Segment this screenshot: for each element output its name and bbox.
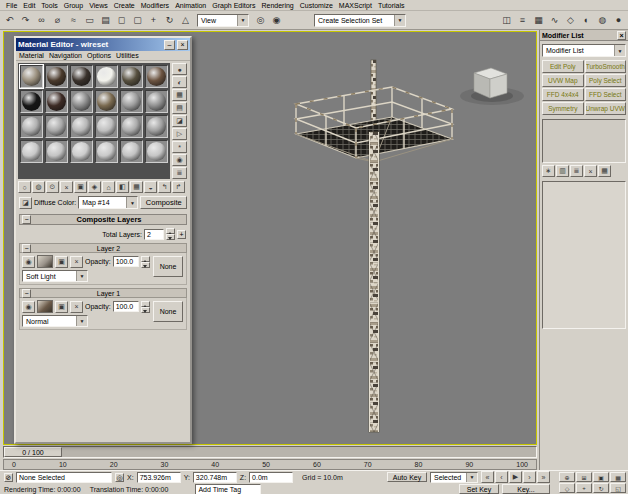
material-slot[interactable] bbox=[70, 140, 93, 163]
arc-rotate-icon[interactable]: ↻ bbox=[593, 483, 609, 493]
material-slot[interactable] bbox=[120, 115, 143, 138]
key-selection-set-dropdown[interactable]: Selected ▼ bbox=[430, 472, 478, 483]
material-slot[interactable] bbox=[120, 65, 143, 88]
auto-key-button[interactable]: Auto Key bbox=[387, 472, 427, 482]
material-slot[interactable] bbox=[145, 115, 168, 138]
material-map-navigator-icon[interactable]: ≣ bbox=[172, 167, 187, 179]
material-slot[interactable] bbox=[45, 90, 68, 113]
material-type-button[interactable]: Composite bbox=[140, 196, 187, 209]
layer-header[interactable]: − Layer 2 bbox=[19, 243, 187, 253]
delete-layer-icon[interactable]: × bbox=[70, 256, 83, 268]
menu-item-file[interactable]: File bbox=[3, 2, 20, 9]
pin-stack-icon[interactable]: ∗ bbox=[542, 165, 555, 177]
make-unique-icon[interactable]: ◈ bbox=[88, 181, 101, 193]
collapse-icon[interactable]: − bbox=[22, 215, 31, 224]
y-coordinate-field[interactable]: 320.748m bbox=[193, 472, 237, 483]
material-slot[interactable] bbox=[95, 115, 118, 138]
backlight-icon[interactable]: ◐ bbox=[172, 76, 187, 88]
material-slot[interactable] bbox=[20, 65, 43, 88]
layer-header[interactable]: − Layer 1 bbox=[19, 288, 187, 298]
show-end-result-icon[interactable]: ◒ bbox=[144, 181, 157, 193]
show-map-in-viewport-icon[interactable]: ▦ bbox=[130, 181, 143, 193]
opacity-field[interactable]: 100.0 bbox=[113, 256, 139, 267]
select-and-manipulate-icon[interactable]: ◉ bbox=[269, 13, 284, 28]
options-icon[interactable]: * bbox=[172, 141, 187, 153]
material-slot[interactable] bbox=[70, 115, 93, 138]
zoom-extents-icon[interactable]: ▣ bbox=[593, 472, 609, 482]
material-id-channel-icon[interactable]: ◧ bbox=[116, 181, 129, 193]
scene-tower[interactable] bbox=[296, 60, 452, 432]
maximize-viewport-icon[interactable]: ◱ bbox=[610, 483, 626, 493]
material-name-dropdown[interactable]: Map #14 ▼ bbox=[78, 196, 138, 209]
set-key-button[interactable]: Set Key bbox=[459, 484, 499, 494]
material-slot[interactable] bbox=[20, 115, 43, 138]
total-layers-field[interactable]: 2 bbox=[144, 229, 164, 240]
blend-mode-dropdown[interactable]: Soft Light ▼ bbox=[22, 270, 88, 282]
background-icon[interactable]: ▦ bbox=[172, 89, 187, 101]
material-slot[interactable] bbox=[120, 90, 143, 113]
field-of-view-icon[interactable]: ◇ bbox=[559, 483, 575, 493]
color-correction-icon[interactable]: ▣ bbox=[55, 301, 68, 313]
modifier-button-unwrap-uvw[interactable]: Unwrap UVW bbox=[585, 102, 627, 115]
zoom-extents-all-icon[interactable]: ▦ bbox=[610, 472, 626, 482]
unlink-selection-icon[interactable]: ⌀ bbox=[50, 13, 65, 28]
rectangular-selection-region-icon[interactable]: ◻ bbox=[114, 13, 129, 28]
composite-layers-rollout[interactable]: − Composite Layers bbox=[19, 214, 187, 225]
select-by-name-icon[interactable]: ▤ bbox=[98, 13, 113, 28]
add-layer-button[interactable]: + bbox=[177, 230, 186, 239]
mat-menu-navigation[interactable]: Navigation bbox=[49, 52, 82, 59]
color-correction-icon[interactable]: ▣ bbox=[55, 256, 68, 268]
key-filters-button[interactable]: Key... bbox=[502, 484, 550, 494]
bind-to-space-warp-icon[interactable]: ≈ bbox=[66, 13, 81, 28]
material-slot[interactable] bbox=[95, 90, 118, 113]
material-slot[interactable] bbox=[45, 140, 68, 163]
material-slot[interactable] bbox=[20, 90, 43, 113]
select-by-material-icon[interactable]: ◉ bbox=[172, 154, 187, 166]
layer-map-button[interactable]: None bbox=[153, 301, 183, 322]
opacity-spinner[interactable] bbox=[141, 256, 150, 268]
collapse-icon[interactable]: − bbox=[22, 244, 31, 253]
time-slider[interactable]: 0 / 100 bbox=[3, 446, 537, 458]
assign-material-to-selection-icon[interactable]: ⊙ bbox=[46, 181, 59, 193]
make-material-copy-icon[interactable]: ▣ bbox=[74, 181, 87, 193]
scene-cube[interactable] bbox=[460, 68, 524, 105]
menu-item-modifiers[interactable]: Modifiers bbox=[138, 2, 172, 9]
menu-item-tutorials[interactable]: Tutorials bbox=[375, 2, 408, 9]
modifier-stack-list[interactable] bbox=[542, 119, 626, 163]
reset-map-icon[interactable]: × bbox=[60, 181, 73, 193]
time-slider-handle[interactable]: 0 / 100 bbox=[4, 447, 62, 457]
put-to-library-icon[interactable]: ⌂ bbox=[102, 181, 115, 193]
schematic-view-icon[interactable]: ◇ bbox=[563, 13, 578, 28]
select-and-rotate-icon[interactable]: ↻ bbox=[162, 13, 177, 28]
modifier-button-poly-select[interactable]: Poly Select bbox=[585, 74, 627, 87]
show-end-result-icon[interactable]: ▥ bbox=[556, 165, 569, 177]
collapse-icon[interactable]: − bbox=[22, 289, 31, 298]
menu-item-customize[interactable]: Customize bbox=[297, 2, 336, 9]
modifier-list-dropdown[interactable]: Modifier List ▼ bbox=[542, 44, 626, 57]
layer-map-button[interactable]: None bbox=[153, 256, 183, 277]
layer-texture-thumbnail[interactable] bbox=[37, 255, 53, 268]
modifier-button-symmetry[interactable]: Symmetry bbox=[542, 102, 584, 115]
undo-icon[interactable]: ↶ bbox=[2, 13, 17, 28]
menu-item-views[interactable]: Views bbox=[86, 2, 111, 9]
modifier-button-edit-poly[interactable]: Edit Poly bbox=[542, 60, 584, 73]
align-icon[interactable]: ≡ bbox=[515, 13, 530, 28]
zoom-icon[interactable]: ⊕ bbox=[559, 472, 575, 482]
material-slot[interactable] bbox=[45, 115, 68, 138]
track-bar-ticks[interactable]: 0102030405060708090100 bbox=[3, 459, 537, 470]
select-and-move-icon[interactable]: + bbox=[146, 13, 161, 28]
mat-menu-options[interactable]: Options bbox=[87, 52, 111, 59]
blend-mode-dropdown[interactable]: Normal ▼ bbox=[22, 315, 88, 327]
video-color-check-icon[interactable]: ◪ bbox=[172, 115, 187, 127]
next-frame-icon[interactable]: › bbox=[523, 471, 536, 483]
go-to-end-icon[interactable]: » bbox=[537, 471, 550, 483]
minimize-icon[interactable]: – bbox=[164, 40, 175, 50]
menu-item-graph-editors[interactable]: Graph Editors bbox=[209, 2, 258, 9]
material-slot[interactable] bbox=[95, 65, 118, 88]
pan-icon[interactable]: + bbox=[576, 483, 592, 493]
x-coordinate-field[interactable]: 753.926m bbox=[137, 472, 181, 483]
opacity-field[interactable]: 100.0 bbox=[113, 301, 139, 312]
make-preview-icon[interactable]: ▷ bbox=[172, 128, 187, 140]
zoom-all-icon[interactable]: ⊞ bbox=[576, 472, 592, 482]
configure-modifier-sets-icon[interactable]: ▦ bbox=[598, 165, 611, 177]
